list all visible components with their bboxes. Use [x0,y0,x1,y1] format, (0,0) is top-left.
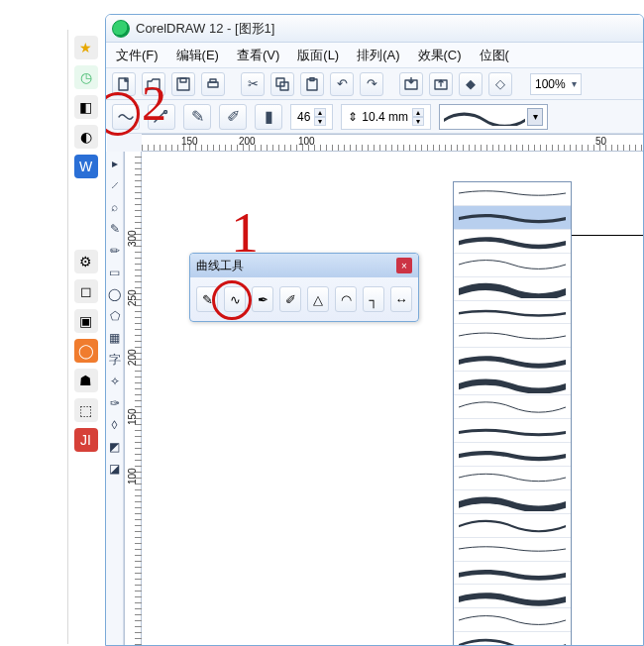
calligraphic-mode-icon[interactable]: ✐ [219,104,247,130]
zoom-combo[interactable]: 100% ▾ [530,73,582,95]
property-bar: ✎ ✐ ▮ 46 ▴▾ ⇕ 10.4 mm ▴▾ ▾ [106,100,643,134]
stroke-preset-row[interactable] [454,348,571,372]
stroke-preset-row[interactable] [454,562,571,586]
rectangle-tool-icon[interactable]: ▭ [107,263,123,282]
stroke-preset-row[interactable] [454,538,571,562]
stroke-preset-row[interactable] [454,324,571,348]
stroke-preset-row[interactable] [454,490,571,514]
stroke-preset-row[interactable] [454,443,571,467]
app-chip: ◐ [74,125,98,149]
coreldraw-logo-icon [112,20,130,38]
ruler-label: 300 [127,230,138,247]
stroke-preset-row[interactable] [454,206,571,230]
thickness-value: 10.4 mm [362,110,408,124]
stroke-preset-row[interactable] [454,230,571,254]
graph-paper-tool-icon[interactable]: ▦ [107,328,123,348]
spacer [74,184,98,244]
stroke-preset-row[interactable] [454,395,571,419]
pressure-mode-icon[interactable]: ▮ [255,104,282,130]
menu-view[interactable]: 查看(V) [235,45,281,66]
zoom-value: 100% [535,77,566,91]
stroke-preset-row[interactable] [454,585,571,608]
polyline-tool-icon[interactable]: △ [307,286,329,312]
copy-icon[interactable] [270,72,294,96]
corel-online-icon[interactable]: ◇ [488,72,512,96]
dimension-tool-icon[interactable]: ↔ [390,286,412,312]
ruler-horizontal: 200 150 100 50 [142,134,643,152]
stroke-preset-row[interactable] [454,372,571,395]
app-chip: ⚙ [74,250,98,273]
smart-draw-icon[interactable]: ✏ [107,241,123,261]
polygon-tool-icon[interactable]: ⬠ [107,306,123,326]
import-icon[interactable] [399,72,423,96]
curve-tools-flyout[interactable]: 曲线工具 × ✎ ∿ ✒ ✐ △ ◠ ┐ ↔ [189,253,419,322]
outline-tool-icon[interactable]: ◊ [107,415,123,435]
interactive-edit-icon[interactable]: ✧ [107,372,123,391]
spinner[interactable]: ▴▾ [412,108,424,126]
pick-tool-icon[interactable]: ▸ [107,154,123,173]
stroke-preset-row[interactable] [454,608,571,632]
close-icon[interactable]: × [396,258,412,273]
width-field[interactable]: 46 ▴▾ [290,104,333,130]
save-icon[interactable] [171,72,195,96]
stroke-preset-row[interactable] [454,467,571,490]
undo-icon[interactable]: ↶ [330,72,354,96]
eyedropper-tool-icon[interactable]: ✑ [107,393,123,413]
menu-file[interactable]: 文件(F) [114,45,161,66]
connector-tool-icon[interactable]: ┐ [363,286,384,312]
artistic-media-tool-icon[interactable]: ✒ [252,286,273,312]
redo-icon[interactable]: ↷ [360,72,383,96]
menu-arrange[interactable]: 排列(A) [355,45,401,66]
cut-icon[interactable]: ✂ [241,72,265,96]
freehand-tool-icon[interactable]: ✎ [196,286,218,312]
stroke-preset-row[interactable] [454,182,571,206]
stroke-preset-row[interactable] [454,277,571,301]
bezier-tool-icon[interactable]: ∿ [224,286,246,312]
standard-toolbar: ✂ ↶ ↷ ◆ ◇ 100% ▾ [106,68,643,100]
drawing-canvas[interactable]: 曲线工具 × ✎ ∿ ✒ ✐ △ ◠ ┐ ↔ [142,152,643,645]
stroke-preset-row[interactable] [454,419,571,443]
print-icon[interactable] [201,72,225,96]
stroke-preset-row[interactable] [454,632,571,646]
stroke-preset-combo[interactable]: ▾ [439,104,548,130]
sprayer-mode-icon[interactable]: ✎ [183,104,211,130]
menu-bitmap[interactable]: 位图( [478,45,511,66]
app-launcher-icon[interactable]: ◆ [459,72,483,96]
shape-tool-icon[interactable]: ⟋ [107,175,123,195]
new-icon[interactable] [112,72,136,96]
curve-tool-icon[interactable]: ✎ [107,219,123,239]
ruler-label: 200 [239,136,256,147]
menu-effects[interactable]: 效果(C) [416,45,464,66]
stroke-preset-row[interactable] [454,301,571,325]
interactive-fill-icon[interactable]: ◪ [107,459,123,479]
fill-tool-icon[interactable]: ◩ [107,437,123,457]
ruler-label: 150 [181,136,198,147]
chevron-down-icon[interactable]: ▾ [527,108,543,126]
stroke-preset-row[interactable] [454,254,571,277]
ruler-label: 50 [595,136,606,147]
paste-icon[interactable] [300,72,324,96]
stroke-preset-dropdown[interactable] [453,181,572,646]
menu-layout[interactable]: 版面(L) [295,45,341,66]
menubar[interactable]: 文件(F) 编辑(E) 查看(V) 版面(L) 排列(A) 效果(C) 位图( [106,43,643,68]
thickness-field[interactable]: ⇕ 10.4 mm ▴▾ [341,104,431,130]
menu-edit[interactable]: 编辑(E) [174,45,221,66]
preset-thumb-icon [444,108,525,126]
preset-mode-icon[interactable] [112,104,140,130]
toolbox: ▸ ⟋ ⌕ ✎ ✏ ▭ ◯ ⬠ ▦ 字 ✧ ✑ ◊ ◩ ◪ [106,152,124,645]
three-point-curve-icon[interactable]: ◠ [335,286,357,312]
svg-rect-2 [180,78,186,82]
export-icon[interactable] [429,72,453,96]
ellipse-tool-icon[interactable]: ◯ [107,284,123,304]
flyout-title: 曲线工具 [196,258,244,274]
text-tool-icon[interactable]: 字 [107,350,123,370]
brush-mode-icon[interactable] [148,104,175,130]
pen-tool-icon[interactable]: ✐ [279,286,301,312]
coreldraw-window: CorelDRAW 12 - [图形1] 文件(F) 编辑(E) 查看(V) 版… [105,14,644,646]
ruler-label: 150 [127,408,138,425]
zoom-tool-icon[interactable]: ⌕ [107,197,123,217]
stroke-preset-row[interactable] [454,514,571,538]
open-icon[interactable] [142,72,165,96]
spinner[interactable]: ▴▾ [314,108,326,126]
app-chip: ▣ [74,309,98,333]
